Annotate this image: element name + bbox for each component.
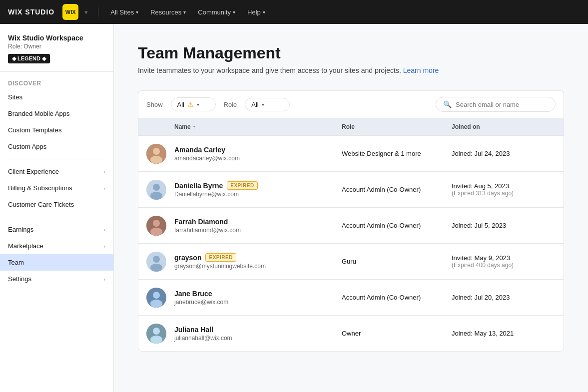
show-value: All (177, 101, 184, 108)
earnings-chevron-icon: › (103, 227, 105, 233)
member-cell-amanda: Amanda Carley amandacarley@wix.com (166, 140, 334, 168)
sidebar-item-settings[interactable]: Settings › (0, 271, 113, 287)
show-label: Show (146, 101, 163, 108)
help-button[interactable]: Help ▾ (243, 6, 269, 18)
joined-cell-farrah: Joined: Jul 5, 2023 (444, 216, 564, 235)
workspace-name: Wix Studio Workspace (8, 34, 105, 42)
member-cell-jane: Jane Bruce janebruce@wix.com (166, 284, 334, 312)
role-cell-daniella: Account Admin (Co-Owner) (334, 180, 444, 199)
page-subtitle: Invite teammates to your workspace and g… (138, 66, 564, 74)
sidebar-item-marketplace[interactable]: Marketplace › (0, 238, 113, 254)
member-email-jane: janebruce@wix.com (174, 299, 326, 306)
sidebar-item-client-experience[interactable]: Client Experience › (0, 163, 113, 180)
header-joined[interactable]: Joined on (444, 118, 564, 135)
svg-point-11 (150, 264, 162, 272)
joined-cell-jane: Joined: Jul 20, 2023 (444, 288, 564, 307)
community-button[interactable]: Community ▾ (194, 6, 239, 18)
workspace-role: Role: Owner (8, 43, 105, 50)
sidebar-item-team[interactable]: Team (0, 254, 113, 271)
svg-point-7 (153, 220, 160, 227)
filter-bar: Show All ⚠ ▾ Role All ▾ 🔍 (138, 90, 564, 118)
member-cell-daniella: Daniella Byrne EXPIRED Daniellabyrne@wix… (166, 175, 334, 204)
role-cell-amanda: Website Designer & 1 more (334, 144, 444, 163)
sort-icon: ↑ (193, 124, 196, 130)
member-name-juliana: Juliana Hall (174, 326, 213, 334)
svg-point-2 (150, 156, 162, 164)
member-cell-juliana: Juliana Hall juliannahall@wix.com (166, 320, 334, 348)
role-cell-jane: Account Admin (Co-Owner) (334, 288, 444, 307)
sidebar-item-custom-apps[interactable]: Custom Apps (0, 138, 113, 155)
all-sites-chevron-icon: ▾ (136, 9, 138, 15)
svg-point-16 (153, 328, 160, 335)
help-chevron-icon: ▾ (263, 9, 265, 15)
svg-point-17 (150, 336, 162, 344)
joined-expired-daniella: (Expired 313 days ago) (452, 190, 556, 197)
brand-logo: WIX STUDIO (8, 8, 54, 16)
role-label: Role (224, 101, 237, 108)
main-content: Team Management Invite teammates to your… (114, 24, 588, 392)
learn-more-link[interactable]: Learn more (403, 66, 439, 74)
sidebar: Wix Studio Workspace Role: Owner ◆ LEGEN… (0, 24, 114, 392)
avatar-juliana (146, 324, 166, 344)
sidebar-item-customer-care-tickets[interactable]: Customer Care Tickets (0, 196, 113, 213)
sidebar-item-sites[interactable]: Sites (0, 89, 113, 105)
avatar-cell-farrah (138, 210, 166, 242)
avatar-cell-grayson (138, 246, 166, 278)
sidebar-item-earnings[interactable]: Earnings › (0, 221, 113, 238)
member-name-grayson: grayson (174, 254, 201, 262)
avatar-cell-juliana (138, 318, 166, 350)
member-cell-farrah: Farrah Diamond farrahdiamond@wix.com (166, 212, 334, 240)
avatar-amanda (146, 144, 166, 164)
svg-point-14 (150, 300, 162, 308)
table-row: Juliana Hall juliannahall@wix.com Owner … (138, 315, 564, 351)
svg-point-10 (153, 256, 160, 263)
search-input[interactable] (456, 101, 548, 108)
all-sites-button[interactable]: All Sites ▾ (106, 6, 142, 18)
sidebar-item-billing-subscriptions[interactable]: Billing & Subscriptions › (0, 180, 113, 196)
table-row: Farrah Diamond farrahdiamond@wix.com Acc… (138, 207, 564, 243)
member-name-daniella: Daniella Byrne (174, 182, 223, 190)
page-title: Team Management (138, 44, 564, 62)
member-email-juliana: juliannahall@wix.com (174, 335, 326, 342)
member-email-daniella: Daniellabyrne@wix.com (174, 191, 326, 198)
table-row: Amanda Carley amandacarley@wix.com Websi… (138, 135, 564, 171)
resources-button[interactable]: Resources ▾ (146, 6, 190, 18)
role-filter-select[interactable]: All ▾ (245, 98, 290, 111)
sidebar-item-branded-mobile-apps[interactable]: Branded Mobile Apps (0, 105, 113, 122)
avatar-cell-jane (138, 282, 166, 314)
header-avatar (138, 118, 166, 135)
sidebar-divider-1 (8, 159, 105, 159)
sidebar-divider-2 (8, 217, 105, 217)
joined-expired-grayson: (Expired 400 days ago) (452, 262, 556, 269)
svg-point-1 (153, 148, 160, 155)
header-role[interactable]: Role (334, 118, 444, 135)
role-cell-farrah: Account Admin (Co-Owner) (334, 216, 444, 235)
role-cell-juliana: Owner (334, 324, 444, 343)
site-dropdown-icon[interactable]: ▾ (82, 6, 90, 18)
discover-label: Discover (0, 76, 113, 89)
member-email-grayson: grayson@mystunningwebsite.com (174, 263, 326, 270)
warning-icon: ⚠ (187, 100, 194, 108)
joined-cell-amanda: Joined: Jul 24, 2023 (444, 144, 564, 163)
avatar-daniella (146, 180, 166, 200)
table-row: Daniella Byrne EXPIRED Daniellabyrne@wix… (138, 171, 564, 207)
member-name-amanda: Amanda Carley (174, 146, 225, 154)
settings-chevron-icon: › (103, 276, 105, 282)
avatar-cell-daniella (138, 174, 166, 206)
expired-badge-daniella: EXPIRED (227, 181, 257, 190)
search-icon: 🔍 (443, 100, 452, 108)
sidebar-item-custom-templates[interactable]: Custom Templates (0, 122, 113, 138)
member-email-amanda: amandacarley@wix.com (174, 155, 326, 162)
header-name[interactable]: Name ↑ (166, 118, 334, 135)
avatar-cell-amanda (138, 138, 166, 170)
joined-cell-juliana: Joined: May 13, 2021 (444, 324, 564, 343)
member-name-jane: Jane Bruce (174, 290, 212, 298)
community-chevron-icon: ▾ (233, 9, 235, 15)
nav-divider (98, 7, 98, 17)
show-filter-select[interactable]: All ⚠ ▾ (171, 97, 216, 111)
member-name-farrah: Farrah Diamond (174, 218, 228, 226)
avatar-farrah (146, 216, 166, 236)
resources-chevron-icon: ▾ (183, 9, 186, 15)
search-container: 🔍 (436, 97, 556, 112)
table-row: Jane Bruce janebruce@wix.com Account Adm… (138, 279, 564, 315)
